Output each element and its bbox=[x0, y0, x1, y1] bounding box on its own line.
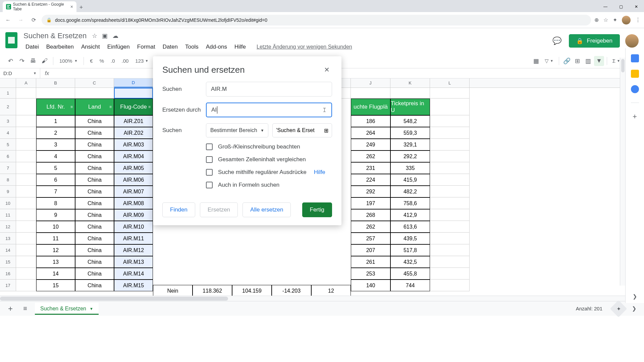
cell[interactable]: 257 bbox=[351, 233, 390, 244]
side-panel-toggle[interactable]: ❯ bbox=[629, 305, 639, 312]
entire-cell-checkbox[interactable] bbox=[206, 156, 213, 163]
cell[interactable] bbox=[430, 115, 470, 127]
row-header[interactable]: 11 bbox=[0, 209, 16, 221]
cell[interactable]: China bbox=[75, 256, 114, 268]
cell[interactable]: 455,8 bbox=[390, 268, 430, 280]
cell[interactable]: AIR.M07 bbox=[114, 186, 153, 197]
grid-select-icon[interactable]: ⊞ bbox=[324, 127, 328, 134]
cell[interactable] bbox=[36, 88, 75, 99]
cell[interactable] bbox=[16, 99, 36, 115]
sheets-logo[interactable] bbox=[5, 32, 19, 50]
zoom-icon[interactable]: ⊕ bbox=[594, 17, 599, 23]
chevron-down-icon[interactable]: ▼ bbox=[90, 307, 93, 311]
filter-views-button[interactable]: ▽▼ bbox=[542, 56, 556, 66]
row-header[interactable]: 7 bbox=[0, 162, 16, 174]
cell[interactable]: China bbox=[75, 197, 114, 209]
cell[interactable] bbox=[16, 127, 36, 139]
doc-title[interactable]: Suchen & Ersetzen bbox=[22, 31, 88, 41]
cell[interactable]: 11 bbox=[36, 233, 75, 244]
link-button[interactable]: 🔗 bbox=[562, 56, 572, 66]
name-box[interactable]: D:D ▼ bbox=[0, 68, 40, 78]
row-header[interactable]: 15 bbox=[0, 256, 16, 268]
menu-format[interactable]: Format bbox=[134, 42, 159, 52]
profile-avatar[interactable] bbox=[622, 16, 631, 24]
cell[interactable]: China bbox=[75, 186, 114, 197]
cell[interactable] bbox=[430, 162, 470, 174]
cell[interactable] bbox=[430, 186, 470, 197]
table-header[interactable]: Lfd. Nr.≡ bbox=[36, 99, 75, 115]
menu-datei[interactable]: Datei bbox=[22, 42, 42, 52]
row-header[interactable]: 2 bbox=[0, 99, 16, 115]
cell[interactable]: AIR.M15 bbox=[114, 280, 153, 291]
browser-tab[interactable]: Suchen & Ersetzen - Google Tabe × bbox=[3, 1, 76, 12]
cell[interactable]: 261 bbox=[351, 256, 390, 268]
cell[interactable]: China bbox=[75, 209, 114, 221]
cell[interactable] bbox=[430, 256, 470, 268]
cell[interactable]: AIR.Z01 bbox=[114, 115, 153, 127]
search-input[interactable] bbox=[206, 82, 332, 97]
cell[interactable]: AIR.M11 bbox=[114, 233, 153, 244]
cell[interactable] bbox=[430, 88, 470, 99]
explore-button[interactable]: ✦ bbox=[610, 300, 627, 317]
formulas-checkbox[interactable] bbox=[206, 182, 213, 188]
row-header[interactable]: 4 bbox=[0, 127, 16, 139]
cell[interactable] bbox=[16, 244, 36, 256]
menu-addons[interactable]: Add-ons bbox=[203, 42, 230, 52]
paint-format-button[interactable]: 🖌 bbox=[40, 56, 50, 66]
row-header[interactable]: 10 bbox=[0, 197, 16, 209]
cell[interactable]: 415,9 bbox=[390, 174, 430, 186]
cell[interactable] bbox=[430, 244, 470, 256]
forward-button[interactable]: → bbox=[16, 15, 25, 25]
row-header[interactable]: 16 bbox=[0, 268, 16, 280]
cell[interactable]: 197 bbox=[351, 197, 390, 209]
cell[interactable]: 104.159 bbox=[232, 285, 272, 296]
cell[interactable]: 1 bbox=[36, 115, 75, 127]
last-edit-text[interactable]: Letzte Änderung vor wenigen Sekunden bbox=[253, 43, 356, 51]
menu-daten[interactable]: Daten bbox=[159, 42, 181, 52]
cell[interactable] bbox=[16, 197, 36, 209]
cell[interactable]: 329,1 bbox=[390, 139, 430, 150]
cell[interactable]: 3 bbox=[36, 139, 75, 150]
row-header[interactable]: 9 bbox=[0, 186, 16, 197]
cell[interactable]: 249 bbox=[351, 139, 390, 150]
cell[interactable]: 292,2 bbox=[390, 150, 430, 162]
addons-plus-icon[interactable]: + bbox=[633, 112, 637, 121]
cell[interactable]: AIR.M03 bbox=[114, 139, 153, 150]
cell[interactable]: 5 bbox=[36, 162, 75, 174]
row-header[interactable]: 14 bbox=[0, 244, 16, 256]
bookmark-icon[interactable]: ☆ bbox=[603, 17, 608, 23]
cell[interactable] bbox=[16, 233, 36, 244]
cell[interactable] bbox=[430, 209, 470, 221]
cell[interactable] bbox=[16, 88, 36, 99]
cell[interactable]: China bbox=[75, 162, 114, 174]
col-header-L[interactable]: L bbox=[430, 78, 470, 87]
cell[interactable]: China bbox=[75, 115, 114, 127]
cell[interactable]: 517,8 bbox=[390, 244, 430, 256]
cell[interactable] bbox=[430, 150, 470, 162]
zoom-select[interactable]: 100%▼ bbox=[57, 58, 80, 64]
cell[interactable]: 744 bbox=[390, 280, 430, 291]
col-header-K[interactable]: K bbox=[390, 78, 430, 87]
cell[interactable]: 8 bbox=[36, 197, 75, 209]
account-avatar[interactable] bbox=[625, 34, 639, 48]
cell[interactable]: 224 bbox=[351, 174, 390, 186]
cell[interactable]: 7 bbox=[36, 186, 75, 197]
table-header[interactable]: Land≡ bbox=[75, 99, 114, 115]
cell[interactable] bbox=[16, 115, 36, 127]
cell[interactable]: China bbox=[75, 174, 114, 186]
cell[interactable]: 548,2 bbox=[390, 115, 430, 127]
cell[interactable] bbox=[430, 174, 470, 186]
cell[interactable]: Nein bbox=[153, 285, 193, 296]
extension-icon[interactable]: ✦ bbox=[613, 17, 617, 23]
sheet-tab-active[interactable]: Suchen & Ersetzen ▼ bbox=[35, 303, 99, 315]
scope-select[interactable]: Bestimmter Bereich ▼ bbox=[206, 123, 268, 137]
num-format-button[interactable]: 123▼ bbox=[132, 56, 151, 66]
menu-ansicht[interactable]: Ansicht bbox=[78, 42, 103, 52]
col-header-C[interactable]: C bbox=[75, 78, 114, 87]
cell[interactable]: 559,3 bbox=[390, 127, 430, 139]
cell[interactable]: 253 bbox=[351, 268, 390, 280]
cell[interactable]: 118.362 bbox=[193, 285, 232, 296]
cloud-icon[interactable]: ☁ bbox=[112, 32, 118, 40]
cell[interactable] bbox=[16, 280, 36, 291]
cell[interactable]: 335 bbox=[390, 162, 430, 174]
